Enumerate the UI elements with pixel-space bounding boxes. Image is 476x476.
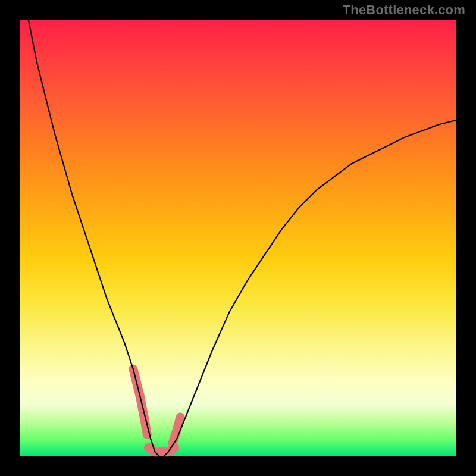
svg-line-8: [177, 417, 180, 430]
highlight-markers: [133, 369, 180, 452]
curve-svg: [20, 20, 456, 456]
bottleneck-curve: [29, 20, 456, 456]
chart-canvas: TheBottleneck.com: [0, 0, 476, 476]
watermark-text: TheBottleneck.com: [343, 2, 465, 18]
plot-area: [20, 20, 456, 456]
